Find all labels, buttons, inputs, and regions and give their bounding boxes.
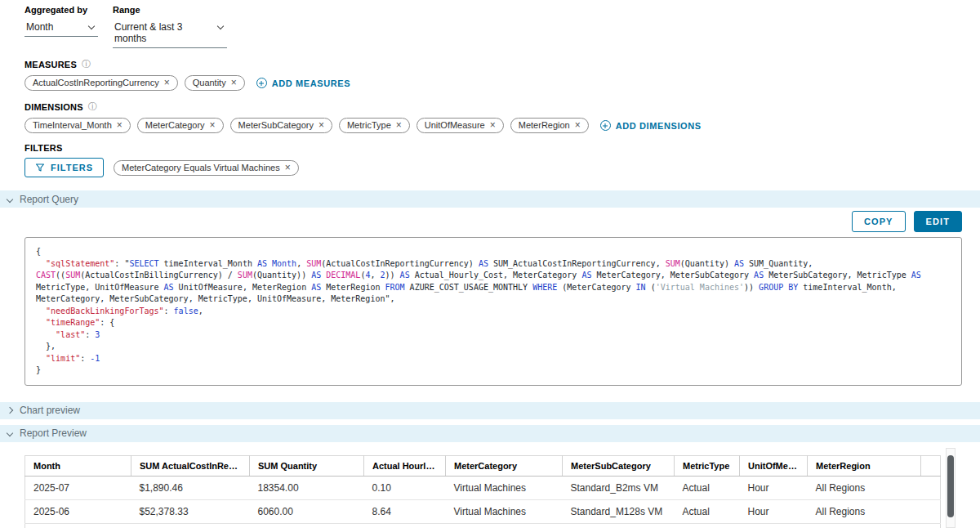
funnel-icon xyxy=(35,163,45,172)
chevron-down-icon xyxy=(88,23,95,29)
table-cell-filler xyxy=(921,523,941,528)
report-query-section-bar[interactable]: Report Query xyxy=(0,190,980,208)
table-cell: Virtual Machines xyxy=(446,476,563,499)
range-select[interactable]: Current & last 3 months xyxy=(113,19,227,48)
table-cell: Hour xyxy=(740,499,808,523)
table-cell: Hour xyxy=(740,523,808,528)
report-query-section-title: Report Query xyxy=(20,194,78,205)
table-cell: All Regions xyxy=(808,523,921,528)
aggregated-by-field: Aggregated by Month xyxy=(24,5,98,48)
table-cell: 2025-06 xyxy=(25,499,131,523)
column-header[interactable]: MeterSubCategory xyxy=(563,455,675,476)
range-label: Range xyxy=(113,5,227,15)
column-header[interactable]: MetricType xyxy=(675,455,740,476)
column-header[interactable]: SUM ActualCostInReportingCurrency xyxy=(131,455,250,476)
measures-heading-text: MEASURES xyxy=(24,60,77,69)
table-row[interactable]: 2025-06$52,378.336060.008.64Virtual Mach… xyxy=(25,499,941,523)
chip-label: MetricType xyxy=(347,120,391,130)
copy-button[interactable]: COPY xyxy=(852,211,906,232)
filters-button[interactable]: FILTERS xyxy=(24,158,104,177)
table-cell: $1,890.46 xyxy=(131,476,250,499)
chip[interactable]: MeterCategory× xyxy=(137,118,224,133)
code-line: "last": 3 xyxy=(36,329,951,342)
table-header-row: MonthSUM ActualCostInReportingCurrencySU… xyxy=(25,455,941,476)
filters-button-label: FILTERS xyxy=(51,163,93,172)
range-field: Range Current & last 3 months xyxy=(113,5,227,48)
table-cell: All Regions xyxy=(808,499,921,523)
table-cell: Virtual Machines xyxy=(446,499,563,523)
table-cell: Standard_B2ms VM xyxy=(563,476,675,499)
column-header[interactable]: SUM Quantity xyxy=(250,455,364,476)
column-header[interactable]: MeterRegion xyxy=(808,455,921,476)
table-cell: Standard_D14_v2 VM (Non-W xyxy=(563,523,675,528)
edit-button[interactable]: EDIT xyxy=(914,211,962,232)
chevron-right-icon xyxy=(7,407,13,414)
aggregated-by-label: Aggregated by xyxy=(24,5,98,15)
chip-close-icon[interactable]: × xyxy=(117,120,122,130)
table-cell: 0.83 xyxy=(364,523,446,528)
chip-label: ActualCostInReportingCurrency xyxy=(33,78,159,87)
table-cell: $16,662.24 xyxy=(131,523,250,528)
add-dimensions-label: ADD DIMENSIONS xyxy=(616,121,702,131)
column-header[interactable]: MeterCategory xyxy=(446,455,563,476)
chip-close-icon[interactable]: × xyxy=(285,163,291,172)
chip[interactable]: ActualCostInReportingCurrency× xyxy=(24,75,178,91)
chip[interactable]: UnitOfMeasure× xyxy=(416,118,504,133)
chip-close-icon[interactable]: × xyxy=(210,120,216,130)
column-header[interactable]: Month xyxy=(25,455,131,476)
chart-preview-section-bar[interactable]: Chart preview xyxy=(0,402,980,419)
column-header[interactable]: UnitOfMeasure xyxy=(740,455,808,476)
chip[interactable]: MeterSubCategory× xyxy=(230,118,332,133)
chip-close-icon[interactable]: × xyxy=(164,78,170,87)
report-preview-table: MonthSUM ActualCostInReportingCurrencySU… xyxy=(24,455,941,528)
chip-close-icon[interactable]: × xyxy=(396,120,402,130)
dimensions-chips: TimeInterval_Month×MeterCategory×MeterSu… xyxy=(24,118,589,133)
aggregated-by-select[interactable]: Month xyxy=(24,19,98,37)
table-row[interactable]: 2025-07$1,890.4618354.000.10Virtual Mach… xyxy=(25,476,941,499)
report-query-content: COPY EDIT { "sqlStatement": "SELECT time… xyxy=(0,208,980,394)
plus-icon xyxy=(256,78,267,88)
table-cell-filler xyxy=(921,499,941,523)
column-header[interactable]: Actual Hourly Cost xyxy=(364,455,446,476)
chip-close-icon[interactable]: × xyxy=(318,120,324,130)
measures-heading: MEASURES ⓘ xyxy=(24,58,980,70)
table-cell: 2025-07 xyxy=(25,476,131,499)
table-cell: Virtual Machines xyxy=(446,523,563,528)
code-line: "limit": -1 xyxy=(36,353,951,365)
chip-close-icon[interactable]: × xyxy=(575,120,581,130)
chart-preview-section-title: Chart preview xyxy=(20,405,80,416)
chip[interactable]: MetricType× xyxy=(339,118,410,133)
table-cell: 0.10 xyxy=(364,476,446,499)
top-controls: Aggregated by Month Range Current & last… xyxy=(0,0,980,48)
vertical-scrollbar[interactable] xyxy=(946,448,956,528)
table-cell: Actual xyxy=(675,523,740,528)
range-value: Current & last 3 months xyxy=(114,21,182,44)
chevron-down-icon xyxy=(7,195,13,202)
chip[interactable]: MeterCategory Equals Virtual Machines× xyxy=(114,160,299,176)
code-line: "sqlStatement": "SELECT timeInterval_Mon… xyxy=(36,258,951,306)
table-row[interactable]: 2025-04$16,662.2420184.000.83Virtual Mac… xyxy=(25,523,941,528)
add-measures-label: ADD MEASURES xyxy=(272,78,350,88)
chip[interactable]: Quantity× xyxy=(185,75,245,91)
chip-label: TimeInterval_Month xyxy=(33,120,112,130)
chip-label: MeterCategory Equals Virtual Machines xyxy=(122,163,280,172)
chevron-down-icon xyxy=(217,23,224,29)
info-icon[interactable]: ⓘ xyxy=(82,58,91,70)
chip-close-icon[interactable]: × xyxy=(490,120,496,130)
chip[interactable]: MeterRegion× xyxy=(510,118,589,133)
code-line: } xyxy=(36,365,951,377)
report-preview-section-bar[interactable]: Report Preview xyxy=(0,425,980,442)
query-actions: COPY EDIT xyxy=(24,211,962,232)
table-cell: All Regions xyxy=(808,476,921,499)
chip-close-icon[interactable]: × xyxy=(231,78,237,87)
add-dimensions-button[interactable]: ADD DIMENSIONS xyxy=(600,120,702,131)
scrollbar-thumb[interactable] xyxy=(947,455,954,517)
chip[interactable]: TimeInterval_Month× xyxy=(24,118,131,133)
table-cell: 18354.00 xyxy=(250,476,364,499)
info-icon[interactable]: ⓘ xyxy=(88,101,97,113)
add-measures-button[interactable]: ADD MEASURES xyxy=(256,78,350,88)
plus-icon xyxy=(600,120,611,131)
filter-chips: MeterCategory Equals Virtual Machines× xyxy=(114,160,299,176)
column-header-filler xyxy=(921,455,941,476)
query-code-block: { "sqlStatement": "SELECT timeInterval_M… xyxy=(24,237,962,386)
